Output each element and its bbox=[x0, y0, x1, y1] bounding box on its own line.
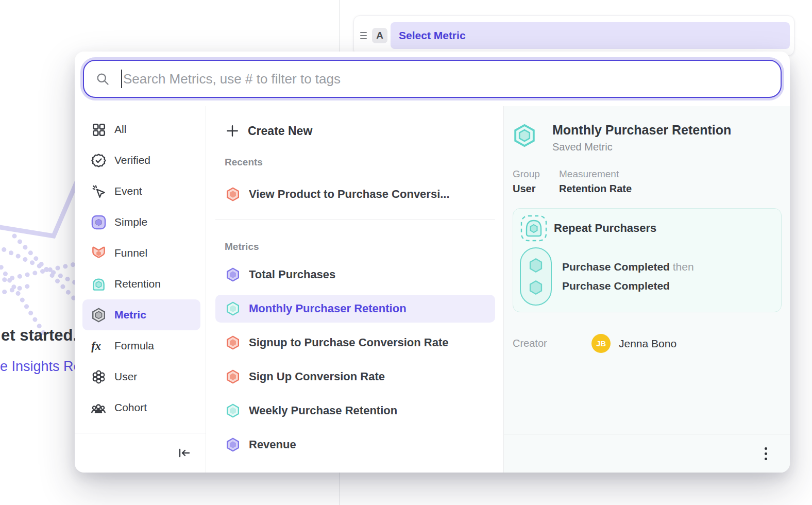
background-link-fragment[interactable]: e Insights Re bbox=[0, 359, 81, 375]
formula-icon: fx bbox=[91, 338, 106, 354]
detail-title: Monthly Purchaser Retention bbox=[552, 123, 731, 138]
step-hexagon-icon bbox=[528, 279, 544, 296]
definition-title: Repeat Purchasers bbox=[554, 222, 656, 235]
metrics-list: Total Purchases Monthly Purchaser Retent… bbox=[206, 261, 503, 459]
metric-list-item[interactable]: Monthly Purchaser Retention bbox=[215, 295, 495, 323]
creator-label: Creator bbox=[513, 338, 591, 349]
grid-icon bbox=[91, 122, 106, 137]
metric-hexagon-icon bbox=[226, 301, 240, 316]
sidebar-item-label: Simple bbox=[114, 216, 147, 228]
property-value: User bbox=[513, 183, 559, 195]
sidebar-item-user[interactable]: User bbox=[82, 361, 200, 392]
plus-icon bbox=[226, 124, 239, 138]
category-list: All Verified Event Simple Funnel Retenti… bbox=[75, 106, 206, 433]
definition-step: Purchase Completed then bbox=[562, 261, 694, 273]
detail-footer bbox=[504, 434, 790, 473]
metric-hexagon-icon bbox=[226, 369, 240, 384]
metric-list-item[interactable]: Total Purchases bbox=[215, 261, 495, 289]
metric-item-label: Monthly Purchaser Retention bbox=[249, 302, 407, 315]
metric-hexagon-icon bbox=[226, 267, 240, 282]
metric-hexagon-icon bbox=[226, 187, 240, 201]
sidebar-item-retention[interactable]: Retention bbox=[82, 268, 200, 299]
sidebar-item-funnel[interactable]: Funnel bbox=[82, 238, 200, 268]
definition-card[interactable]: Repeat Purchasers Purchase Completed the… bbox=[513, 208, 782, 312]
metric-list-column: Create New Recents View Product to Purch… bbox=[206, 106, 503, 473]
metric-item-label: View Product to Purchase Conversi... bbox=[249, 188, 450, 201]
category-sidebar: All Verified Event Simple Funnel Retenti… bbox=[75, 106, 206, 473]
event-cursor-icon bbox=[91, 183, 106, 199]
row-label-badge: A bbox=[372, 28, 387, 43]
search-icon bbox=[95, 72, 110, 86]
metric-hexagon-icon bbox=[226, 335, 240, 350]
metric-hexagon-icon bbox=[91, 307, 106, 323]
sidebar-item-label: Formula bbox=[114, 340, 154, 352]
background-heading-fragment: et started. bbox=[1, 326, 77, 345]
recents-list: View Product to Purchase Conversi... bbox=[206, 180, 503, 208]
search-box[interactable] bbox=[83, 60, 782, 98]
metric-detail-panel: Monthly Purchaser Retention Saved Metric… bbox=[503, 106, 790, 473]
create-new-button[interactable]: Create New bbox=[206, 116, 503, 145]
metric-list-item[interactable]: Revenue bbox=[215, 431, 495, 459]
sidebar-item-metric[interactable]: Metric bbox=[82, 299, 200, 330]
definition-steps: Purchase Completed thenPurchase Complete… bbox=[520, 247, 781, 306]
select-metric-button[interactable]: Select Metric bbox=[391, 22, 790, 49]
metric-list-item[interactable]: Sign Up Conversion Rate bbox=[215, 363, 495, 391]
sidebar-item-label: Cohort bbox=[114, 401, 147, 414]
retention-icon bbox=[91, 276, 106, 292]
recent-metric-item[interactable]: View Product to Purchase Conversi... bbox=[215, 180, 495, 208]
property-label: Measurement bbox=[559, 169, 783, 180]
metric-item-label: Revenue bbox=[249, 438, 296, 451]
creator-avatar[interactable]: JB bbox=[591, 334, 611, 353]
search-section bbox=[75, 52, 790, 106]
metric-hexagon-icon bbox=[226, 437, 240, 452]
sidebar-item-simple[interactable]: Simple bbox=[82, 207, 200, 238]
cohort-icon bbox=[91, 400, 106, 415]
step-hexagon-icon bbox=[528, 257, 544, 274]
list-divider bbox=[215, 220, 495, 220]
collapse-sidebar-button[interactable] bbox=[178, 447, 191, 459]
funnel-icon bbox=[91, 245, 106, 261]
more-options-button[interactable] bbox=[762, 444, 770, 463]
metric-hexagon-icon bbox=[226, 403, 240, 418]
sidebar-item-formula[interactable]: fx Formula bbox=[82, 330, 200, 361]
metric-list-item[interactable]: Signup to Purchase Conversion Rate bbox=[215, 329, 495, 357]
collapse-icon bbox=[178, 447, 191, 459]
sidebar-item-label: Funnel bbox=[114, 247, 147, 259]
verified-badge-icon bbox=[91, 153, 106, 168]
search-input[interactable] bbox=[123, 71, 769, 87]
query-builder-row: A Select Metric bbox=[353, 15, 794, 56]
metric-item-label: Weekly Purchase Retention bbox=[249, 404, 397, 417]
metric-picker-modal: All Verified Event Simple Funnel Retenti… bbox=[75, 52, 790, 473]
recents-section-label: Recents bbox=[225, 157, 503, 168]
sidebar-item-label: Event bbox=[114, 185, 142, 197]
retention-definition-icon bbox=[520, 214, 548, 242]
definition-step: Purchase Completed bbox=[562, 280, 694, 292]
sidebar-footer bbox=[75, 433, 206, 473]
sidebar-item-event[interactable]: Event bbox=[82, 176, 200, 207]
drag-handle-icon[interactable] bbox=[357, 32, 370, 39]
sidebar-item-verified[interactable]: Verified bbox=[82, 145, 200, 176]
metric-item-label: Sign Up Conversion Rate bbox=[249, 370, 385, 383]
metric-item-label: Total Purchases bbox=[249, 268, 335, 281]
metric-list-item[interactable]: Weekly Purchase Retention bbox=[215, 397, 495, 425]
steps-pill bbox=[520, 247, 552, 306]
metric-hexagon-icon bbox=[513, 124, 536, 147]
sidebar-item-cohort[interactable]: Cohort bbox=[82, 392, 200, 423]
detail-properties: GroupMeasurementUserRetention Rate bbox=[513, 169, 783, 195]
select-metric-label: Select Metric bbox=[399, 29, 466, 42]
text-caret bbox=[121, 70, 122, 88]
sidebar-item-label: All bbox=[114, 123, 126, 136]
user-cluster-icon bbox=[91, 369, 106, 384]
sidebar-item-all[interactable]: All bbox=[82, 114, 200, 145]
create-new-label: Create New bbox=[248, 124, 312, 138]
creator-row: Creator JB Jenna Bono bbox=[513, 334, 783, 353]
detail-subtitle: Saved Metric bbox=[552, 141, 731, 153]
sidebar-item-label: User bbox=[114, 371, 137, 383]
svg-text:fx: fx bbox=[91, 340, 101, 352]
property-value: Retention Rate bbox=[559, 183, 783, 195]
simple-tile-icon bbox=[91, 214, 106, 230]
sidebar-item-label: Verified bbox=[114, 154, 150, 166]
creator-name: Jenna Bono bbox=[619, 338, 676, 350]
metrics-section-label: Metrics bbox=[225, 241, 503, 252]
property-label: Group bbox=[513, 169, 559, 180]
